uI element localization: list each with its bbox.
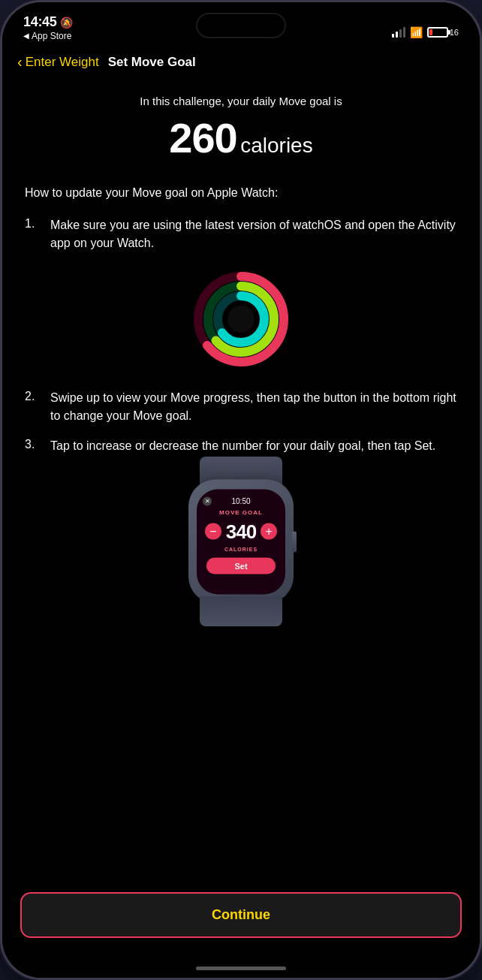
watch-time: 10:50 (231, 497, 250, 505)
battery-level: 16 (450, 28, 459, 37)
watch-band-bottom (200, 596, 282, 626)
continue-button[interactable]: Continue (20, 892, 462, 938)
calories-unit: calories (240, 134, 312, 157)
main-content: In this challenge, your daily Move goal … (2, 80, 480, 880)
watch-move-label: MOVE GOAL (219, 508, 263, 515)
step-2-number: 2. (25, 389, 40, 425)
nav-back-button[interactable]: ‹ Enter Weight (17, 53, 99, 71)
svg-point-6 (227, 306, 255, 333)
watch-set-button[interactable]: Set (206, 557, 276, 574)
activity-rings (25, 270, 457, 368)
instructions-header: How to update your Move goal on Apple Wa… (25, 185, 457, 201)
nav-bar: ‹ Enter Weight Set Move Goal (2, 46, 480, 80)
wifi-icon: 📶 (410, 26, 423, 38)
watch-crown (292, 531, 297, 552)
status-left: 14:45 🔕 ◀ App Store (23, 15, 73, 41)
dynamic-island (196, 13, 286, 38)
status-right: 📶 16 (392, 26, 459, 41)
step-1: 1. Make sure you are using the latest ve… (25, 216, 457, 252)
time-display: 14:45 (23, 15, 57, 30)
step-3: 3. Tap to increase or decrease the numbe… (25, 437, 457, 455)
watch-decrease-button[interactable]: − (205, 523, 221, 540)
watch-header: ✕ 10:50 (203, 496, 279, 505)
nav-back-label: Enter Weight (26, 55, 99, 70)
apple-watch: ✕ 10:50 MOVE GOAL − 340 + CALORIES (181, 470, 301, 613)
battery: 16 (427, 27, 459, 38)
watch-controls: − 340 + (205, 520, 277, 543)
step-2-text: Swipe up to view your Move progress, the… (50, 389, 457, 425)
phone-frame: 14:45 🔕 ◀ App Store 📶 (0, 0, 482, 980)
step-1-text: Make sure you are using the latest versi… (50, 216, 457, 252)
arrow-back-icon: ◀ (23, 32, 29, 40)
calories-number: 260 (169, 114, 236, 161)
chevron-left-icon: ‹ (17, 53, 23, 71)
watch-calories-label: CALORIES (224, 546, 258, 551)
watch-container: ✕ 10:50 MOVE GOAL − 340 + CALORIES (25, 470, 457, 613)
subtitle-text: In this challenge, your daily Move goal … (25, 95, 457, 107)
home-bar (196, 966, 286, 970)
bottom-area: Continue (2, 880, 480, 960)
watch-close-icon: ✕ (203, 496, 212, 505)
home-indicator (2, 960, 480, 978)
battery-body (427, 27, 448, 38)
step-3-number: 3. (25, 437, 40, 455)
step-1-number: 1. (25, 216, 40, 252)
battery-fill (429, 29, 432, 35)
bell-icon: 🔕 (60, 17, 73, 29)
signal-bars (392, 27, 405, 38)
watch-screen: ✕ 10:50 MOVE GOAL − 340 + CALORIES (197, 489, 285, 594)
screen: 14:45 🔕 ◀ App Store 📶 (2, 2, 480, 978)
rings-svg (192, 270, 290, 368)
watch-body: ✕ 10:50 MOVE GOAL − 340 + CALORIES (188, 480, 294, 604)
app-store-label: App Store (32, 31, 71, 41)
step-3-text: Tap to increase or decrease the number f… (50, 437, 457, 455)
calories-display: 260 calories (25, 113, 457, 162)
watch-increase-button[interactable]: + (261, 523, 277, 540)
step-2: 2. Swipe up to view your Move progress, … (25, 389, 457, 425)
page-title: Set Move Goal (108, 55, 196, 70)
watch-goal-value: 340 (226, 520, 256, 543)
